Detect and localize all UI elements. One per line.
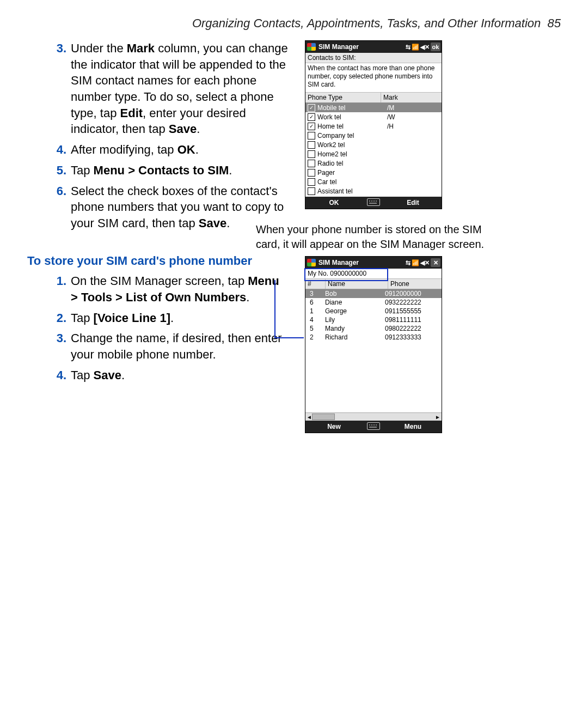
step-number: 2. — [49, 310, 66, 326]
device2-bottom-bar: New Menu — [305, 421, 442, 433]
ok-softkey[interactable]: OK — [305, 199, 363, 206]
checkbox[interactable] — [308, 187, 315, 195]
table-row[interactable]: Pager — [305, 168, 442, 177]
table-row[interactable]: ✓Work tel/W — [305, 112, 442, 121]
keyboard-icon[interactable] — [363, 422, 384, 432]
checkbox[interactable] — [308, 178, 315, 186]
table-row[interactable]: ✓Home tel/H — [305, 121, 442, 131]
phone-type-cell: Car tel — [317, 178, 387, 186]
mark-cell: /H — [387, 123, 439, 130]
columns: 3.Under the Mark column, you can change … — [27, 40, 561, 433]
table-row[interactable]: ✓Mobile tel/M — [305, 103, 442, 112]
page: Organizing Contacts, Appointments, Tasks… — [0, 0, 588, 723]
scroll-right-icon[interactable]: ► — [435, 414, 440, 420]
phone-type-cell: Home tel — [317, 123, 387, 130]
mark-cell: /M — [387, 104, 439, 112]
device1-subtitle: Contacts to SIM: — [305, 53, 442, 63]
step-text: Tap Save. — [71, 368, 125, 382]
device2-scrollbar[interactable]: ◄ ► — [305, 412, 442, 421]
table-row[interactable]: 5Mandy0980222222 — [305, 324, 442, 333]
edit-softkey[interactable]: Edit — [384, 199, 442, 206]
table-row[interactable]: Work2 tel — [305, 140, 442, 149]
checkbox[interactable]: ✓ — [308, 113, 315, 121]
new-softkey[interactable]: New — [305, 423, 363, 430]
checkbox[interactable] — [308, 160, 315, 167]
page-header: Organizing Contacts, Appointments, Tasks… — [27, 16, 561, 31]
device2-title: SIM Manager — [318, 259, 403, 266]
checkbox[interactable] — [308, 141, 315, 149]
list-item: 3.Under the Mark column, you can change … — [49, 40, 289, 137]
keyboard-icon[interactable] — [363, 198, 384, 208]
table-row[interactable]: Company tel — [305, 131, 442, 140]
table-row[interactable]: 1George0911555555 — [305, 307, 442, 315]
step-text: Select the check boxes of the contact's … — [71, 184, 284, 230]
device2-status-icons: ⇆ 📶 ◀✕ ✕ — [406, 258, 440, 267]
step-number: 4. — [49, 142, 66, 158]
step-text: Tap Menu > Contacts to SIM. — [71, 163, 232, 177]
device1-bottom-bar: OK Edit — [305, 197, 442, 209]
index-cell: 6 — [308, 299, 325, 306]
checkbox[interactable]: ✓ — [308, 123, 315, 130]
table-row[interactable]: Assistant tel — [305, 186, 442, 196]
device2-table-header: # Name Phone — [305, 279, 442, 289]
step-number: 5. — [49, 162, 66, 179]
table-row[interactable]: 3Bob0912000000 — [305, 289, 442, 298]
device1-titlebar: SIM Manager ⇆ 📶 ◀✕ ok — [305, 41, 442, 53]
start-icon[interactable] — [307, 258, 316, 267]
subheading-store-sim: To store your SIM card's phone number — [27, 253, 289, 269]
signal-icon: 📶 — [412, 42, 419, 51]
page-number: 85 — [548, 16, 561, 30]
name-cell: Mandy — [325, 325, 385, 332]
device-screenshot-2: SIM Manager ⇆ 📶 ◀✕ ✕ My No. 0900000000 #… — [305, 256, 442, 433]
col-name[interactable]: Name — [326, 279, 388, 289]
close-button[interactable]: ✕ — [431, 258, 440, 267]
col-mark[interactable]: Mark — [381, 93, 442, 102]
phone-cell: 0932222222 — [385, 299, 439, 306]
col-phone-type[interactable]: Phone Type — [305, 93, 381, 102]
checkbox[interactable]: ✓ — [308, 104, 315, 112]
list-item: 4.After modifying, tap OK. — [49, 142, 289, 158]
index-cell: 2 — [308, 333, 325, 341]
step-text: Change the name, if desired, then enter … — [71, 331, 282, 361]
step-number: 3. — [49, 330, 66, 347]
step-text: On the SIM Manager screen, tap Menu > To… — [71, 274, 279, 304]
checkbox[interactable] — [308, 169, 315, 177]
device1-body: Contacts to SIM: When the contact has mo… — [305, 53, 442, 197]
col-index[interactable]: # — [305, 279, 326, 289]
step-text: Under the Mark column, you can change th… — [71, 41, 288, 136]
menu-softkey[interactable]: Menu — [384, 423, 442, 430]
speaker-icon: ◀✕ — [420, 42, 430, 51]
phone-cell: 0911555555 — [385, 307, 439, 315]
left-column: 3.Under the Mark column, you can change … — [27, 40, 289, 433]
scroll-thumb[interactable] — [312, 414, 335, 420]
index-cell: 4 — [308, 316, 325, 324]
phone-type-cell: Work tel — [317, 113, 387, 121]
list-item: 3.Change the name, if desired, then ente… — [49, 330, 289, 362]
start-icon[interactable] — [307, 42, 316, 51]
index-cell: 3 — [308, 290, 325, 297]
checkbox[interactable] — [308, 132, 315, 139]
header-title: Organizing Contacts, Appointments, Tasks… — [192, 16, 541, 30]
checkbox[interactable] — [308, 150, 315, 158]
phone-type-cell: Home2 tel — [317, 150, 387, 158]
step-number: 6. — [49, 183, 66, 199]
table-row[interactable]: Home2 tel — [305, 149, 442, 159]
table-row[interactable]: Car tel — [305, 177, 442, 186]
table-row[interactable]: 4Lily0981111111 — [305, 315, 442, 324]
col-phone[interactable]: Phone — [388, 279, 442, 289]
phone-type-cell: Radio tel — [317, 160, 387, 167]
table-row[interactable]: Radio tel — [305, 159, 442, 168]
list-item: 1.On the SIM Manager screen, tap Menu > … — [49, 273, 289, 305]
device1-title: SIM Manager — [318, 43, 403, 51]
phone-type-cell: Assistant tel — [317, 187, 387, 195]
device1-info-text: When the contact has more than one phone… — [305, 63, 442, 93]
phone-cell: 0981111111 — [385, 316, 439, 324]
sync-icon: ⇆ — [406, 258, 411, 267]
ok-button[interactable]: ok — [431, 42, 440, 51]
table-row[interactable]: 2Richard0912333333 — [305, 333, 442, 342]
phone-type-cell: Company tel — [317, 132, 387, 139]
scroll-left-icon[interactable]: ◄ — [307, 414, 312, 420]
table-row[interactable]: 6Diane0932222222 — [305, 298, 442, 307]
right-column: SIM Manager ⇆ 📶 ◀✕ ok Contacts to SIM: W… — [299, 40, 485, 433]
step-text: Tap [Voice Line 1]. — [71, 311, 174, 325]
